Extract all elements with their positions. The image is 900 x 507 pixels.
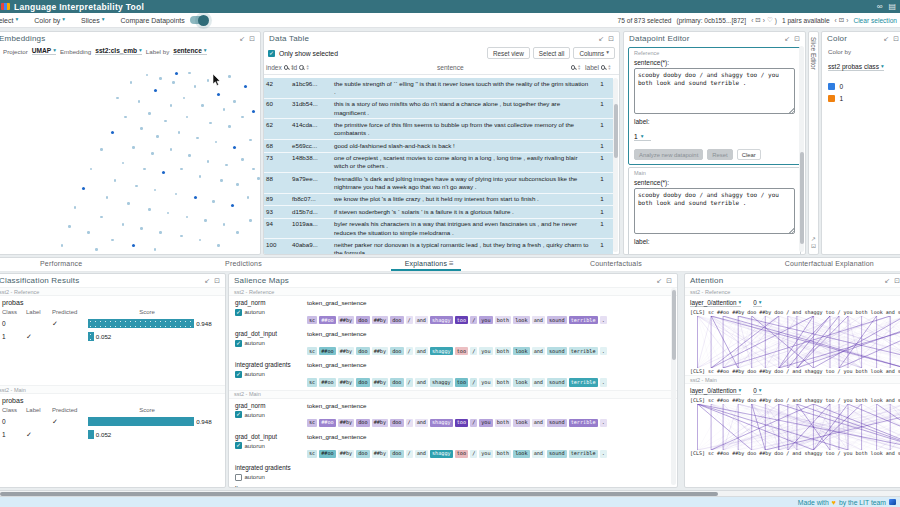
scatter-point[interactable] [154, 189, 157, 192]
salience-scrollbar[interactable] [671, 288, 676, 485]
table-row[interactable]: 10040aba9...neither parker nor donovan i… [264, 239, 613, 254]
scatter-point[interactable] [207, 160, 210, 163]
minimize-icon[interactable]: ↙ [656, 277, 662, 284]
scatter-point[interactable] [199, 239, 202, 242]
scatter-point[interactable] [223, 108, 226, 111]
scatter-point[interactable] [148, 208, 151, 211]
next-pair-icon[interactable]: › [846, 17, 848, 24]
scatter-point[interactable] [130, 81, 133, 84]
attention-layer-select[interactable]: layer_0/attention▾ [690, 387, 741, 395]
scatter-point[interactable] [252, 168, 255, 171]
scatter-point[interactable] [188, 72, 191, 75]
autorun-checkbox[interactable]: ✓autorun [235, 309, 307, 316]
scatter-point[interactable] [228, 125, 231, 128]
slice-editor-tab[interactable]: Slice Editor ↗⊡ [808, 31, 819, 255]
autorun-checkbox[interactable]: ✓autorun [235, 340, 307, 347]
maximize-icon[interactable]: ⊡ [893, 35, 899, 42]
autorun-checkbox[interactable]: autorun [235, 474, 307, 481]
scatter-point[interactable] [233, 100, 236, 103]
datapoint-frame-icon[interactable]: ⊡ [755, 16, 760, 24]
scatter-point[interactable] [236, 231, 239, 234]
scatter-point[interactable] [220, 179, 223, 182]
scatter-point[interactable] [241, 116, 244, 119]
docs-icon[interactable]: ▤ [888, 0, 896, 13]
editor-scrollbar[interactable] [799, 46, 804, 252]
scatter-point[interactable] [172, 81, 175, 84]
scatter-point[interactable] [186, 116, 189, 119]
table-row[interactable]: 6031db54...this is a story of two misfit… [264, 99, 613, 120]
next-datapoint-icon[interactable]: › [763, 17, 765, 24]
col-sentence-tools[interactable]: ▲▼ [569, 65, 583, 70]
pair-frame-icon[interactable]: ⊡ [839, 16, 844, 24]
scatter-point[interactable] [217, 93, 220, 96]
minimize-icon[interactable]: ↙ [884, 277, 890, 284]
scatter-point[interactable] [180, 235, 183, 238]
expand-icons[interactable]: ↗⊡ [811, 236, 816, 250]
table-row[interactable]: 889a79ee...fresnadillo 's dark and jolti… [264, 173, 613, 194]
maximize-icon[interactable]: ⊡ [894, 277, 900, 284]
scatter-point[interactable] [127, 202, 130, 205]
scatter-point[interactable] [148, 112, 151, 115]
table-scrollbar[interactable] [613, 78, 618, 252]
attention-head-select[interactable]: 0▾ [753, 299, 761, 307]
scatter-point[interactable] [124, 116, 127, 119]
autorun-checkbox[interactable]: ✓autorun [235, 442, 307, 449]
scatter-point[interactable] [154, 89, 157, 92]
scatter-point[interactable] [170, 104, 173, 107]
slices-menu[interactable]: Slices▾ [81, 17, 104, 24]
scatter-point[interactable] [223, 223, 226, 226]
reset-button[interactable]: Reset [707, 149, 732, 160]
scatter-point[interactable] [132, 146, 135, 149]
scatter-point[interactable] [82, 187, 85, 190]
scatter-point[interactable] [199, 175, 202, 178]
scatter-point[interactable] [201, 104, 204, 107]
scatter-point[interactable] [225, 164, 228, 167]
tab-counterfactual-explanation[interactable]: Counterfactual Explanation [771, 258, 888, 271]
maximize-icon[interactable]: ⊡ [249, 35, 255, 42]
label-select[interactable]: 1▾ [634, 133, 651, 141]
scatter-point[interactable] [95, 248, 98, 251]
scatter-point[interactable] [61, 244, 64, 247]
sentence-textarea[interactable]: scooby dooby doo / and shaggy too / you … [634, 188, 795, 234]
maximize-icon[interactable]: ⊡ [608, 35, 614, 42]
scatter-point[interactable] [87, 231, 90, 234]
table-row[interactable]: 89fb8c07...we know the plot 's a little … [264, 194, 613, 206]
scatter-point[interactable] [111, 131, 114, 134]
link-icon[interactable]: ∞ [877, 0, 883, 13]
scatter-point[interactable] [74, 206, 77, 209]
prev-datapoint-icon[interactable]: ‹ [751, 17, 753, 24]
projector-select[interactable]: UMAP▾ [32, 47, 56, 55]
attention-layer-select[interactable]: layer_0/attention▾ [690, 299, 741, 307]
scatter-point[interactable] [249, 139, 252, 142]
labelby-select[interactable]: sentence▾ [173, 47, 206, 55]
col-sentence[interactable]: sentence [332, 64, 569, 71]
scatter-point[interactable] [111, 239, 114, 242]
scatter-point[interactable] [114, 179, 117, 182]
table-row[interactable]: 941019aa...byler reveals his characters … [264, 219, 613, 240]
scatter-point[interactable] [154, 248, 157, 251]
scatter-point[interactable] [159, 77, 162, 80]
scatter-point[interactable] [156, 135, 159, 138]
scatter-point[interactable] [212, 200, 215, 203]
scatter-point[interactable] [164, 120, 167, 123]
table-row[interactable]: 93d15b7d...if steven soderbergh 's ` sol… [264, 206, 613, 218]
clear-selection-link[interactable]: Clear selection [853, 17, 897, 24]
maximize-icon[interactable]: ⊡ [214, 277, 220, 284]
maximize-icon[interactable]: ⊡ [794, 35, 800, 42]
scatter-point[interactable] [100, 216, 103, 219]
scatter-point[interactable] [100, 148, 103, 151]
clear-button[interactable]: Clear [737, 149, 761, 160]
minimize-icon[interactable]: ↙ [239, 35, 245, 42]
scatter-point[interactable] [183, 97, 186, 100]
scatter-point[interactable] [143, 168, 146, 171]
scatter-point[interactable] [146, 74, 149, 77]
favorite-icon[interactable]: ♡ [767, 16, 773, 24]
scatter-point[interactable] [140, 127, 143, 130]
scatter-point[interactable] [159, 231, 162, 234]
scatter-point[interactable] [215, 141, 218, 144]
scatter-point[interactable] [188, 154, 191, 157]
scatter-point[interactable] [170, 148, 173, 151]
scatter-point[interactable] [217, 244, 220, 247]
scatter-point[interactable] [233, 146, 236, 149]
col-label[interactable]: label▲▼ [583, 64, 613, 71]
